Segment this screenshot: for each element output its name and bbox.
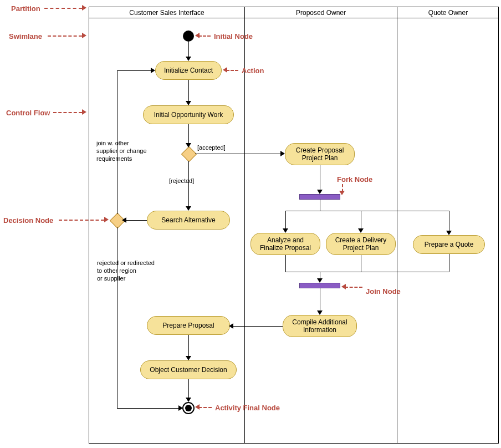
action-label-line: Project Plan [343, 244, 379, 252]
action-object-customer: Object Customer Decision [140, 360, 237, 379]
anno-arrow-icon [195, 33, 200, 38]
edge [320, 272, 449, 272]
guard-line: rejected or redirected [97, 259, 155, 267]
edge [449, 254, 449, 272]
anno-activity-final: Activity Final Node [215, 404, 280, 412]
anno-leader [345, 287, 362, 288]
edge [188, 42, 189, 58]
anno-leader [226, 70, 238, 71]
action-search-alternative: Search Alternative [147, 211, 230, 230]
join-node [299, 283, 340, 288]
lane-header-2: Proposed Owner [244, 7, 397, 18]
action-label-line: Create Proposal [296, 146, 344, 154]
action-create-proposal-plan: Create Proposal Project Plan [285, 143, 355, 165]
edge [285, 211, 320, 211]
anno-leader [198, 35, 211, 37]
guard-line: requirements [96, 155, 147, 163]
anno-arrow-icon [82, 5, 86, 11]
arrowhead-icon [186, 143, 191, 147]
arrowhead-icon [122, 217, 126, 223]
anno-leader [59, 220, 104, 221]
edge [232, 326, 283, 327]
anno-initial-node: Initial Node [214, 32, 253, 40]
anno-fork-node: Fork Node [337, 175, 372, 184]
action-label-line: Create a Delivery [335, 236, 387, 244]
anno-decision-node: Decision Node [3, 216, 53, 225]
lane-header-3: Quote Owner [397, 7, 499, 18]
action-label: Prepare Proposal [162, 322, 214, 329]
action-label: Initialize Contact [164, 67, 213, 74]
action-label-line: Finalize Proposal [260, 244, 311, 252]
anno-leader [198, 407, 212, 408]
action-initialize-contact: Initialize Contact [155, 61, 222, 80]
anno-arrow-icon [339, 191, 345, 195]
action-label: Initial Opportunity Work [154, 111, 223, 119]
action-label: Search Alternative [161, 216, 215, 224]
arrowhead-icon [186, 398, 191, 402]
guard-line: to other region [97, 267, 155, 275]
action-analyze-finalize: Analyze and Finalize Proposal [250, 233, 320, 255]
diagram-canvas: Customer Sales Interface Proposed Owner … [0, 0, 501, 448]
arrowhead-icon [358, 228, 364, 233]
arrowhead-icon [186, 356, 191, 360]
edge [188, 335, 189, 357]
fork-node [299, 194, 340, 200]
action-compile-info: Compile Additional Information [283, 315, 357, 337]
lane-header-1: Customer Sales Interface [89, 7, 244, 18]
action-prepare-quote: Prepare a Quote [413, 235, 485, 254]
arrowhead-icon [186, 206, 191, 211]
guard-rejected-redirect: rejected or redirected to other region o… [97, 259, 155, 282]
initial-node [183, 30, 194, 42]
action-prepare-proposal: Prepare Proposal [147, 316, 230, 335]
action-create-delivery: Create a Delivery Project Plan [326, 233, 396, 255]
arrowhead-icon [186, 57, 191, 61]
anno-leader [48, 35, 82, 37]
action-label-line: Analyze and [267, 236, 304, 244]
arrowhead-icon [186, 101, 191, 105]
guard-line: or supplier [97, 275, 155, 283]
edge [188, 379, 189, 399]
edge [285, 255, 286, 272]
action-label-line: Compile Additional [292, 318, 347, 326]
guard-join-supplier: join w. other supplier or change require… [96, 140, 147, 162]
anno-arrow-icon [82, 109, 86, 115]
anno-leader [44, 8, 82, 9]
anno-control-flow: Control Flow [6, 109, 50, 117]
arrowhead-icon [151, 68, 155, 73]
guard-line: join w. other [96, 140, 147, 147]
anno-arrow-icon [341, 284, 346, 289]
guard-line: supplier or change [96, 147, 147, 155]
arrowhead-icon [283, 228, 288, 233]
edge [361, 255, 361, 272]
edge [361, 211, 361, 230]
arrowhead-icon [317, 310, 323, 315]
anno-join-node: Join Node [366, 287, 401, 296]
edge [320, 200, 320, 211]
action-label-line: Project Plan [302, 154, 338, 162]
action-label: Object Customer Decision [150, 366, 227, 374]
activity-final-node [182, 402, 195, 414]
edge [117, 227, 117, 408]
arrowhead-icon [229, 323, 233, 329]
anno-swimlane: Swimlane [9, 32, 42, 40]
arrowhead-icon [317, 278, 323, 283]
arrowhead-icon [317, 190, 323, 194]
arrowhead-icon [178, 405, 183, 411]
edge [320, 211, 449, 211]
edge [195, 154, 283, 154]
edge [285, 272, 320, 272]
action-label-line: Information [303, 326, 336, 334]
action-initial-opportunity: Initial Opportunity Work [143, 105, 234, 124]
anno-arrow-icon [104, 217, 109, 222]
edge [117, 70, 152, 71]
anno-leader [53, 112, 82, 113]
action-label: Prepare a Quote [425, 241, 474, 248]
edge [285, 211, 286, 230]
lane-separator-2 [397, 7, 397, 443]
anno-arrow-icon [195, 404, 200, 410]
anno-arrow-icon [223, 67, 227, 73]
anno-arrow-icon [82, 33, 86, 38]
edge [188, 80, 189, 102]
arrowhead-icon [280, 151, 285, 156]
guard-rejected: [rejected] [169, 177, 194, 185]
